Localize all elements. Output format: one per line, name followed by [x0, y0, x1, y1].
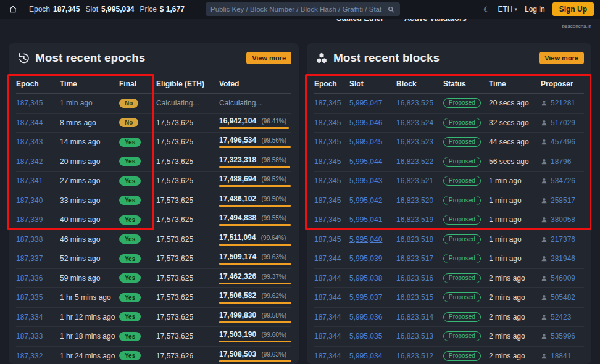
- block-link[interactable]: 16,823,516: [396, 274, 433, 283]
- navbar-epoch-stat: Epoch 187,345: [29, 5, 80, 14]
- epoch-link[interactable]: 187,333: [16, 332, 43, 341]
- voted-line: 17,509,174 (99.63%): [219, 252, 291, 261]
- slot-link[interactable]: 5,995,047: [349, 99, 382, 107]
- epoch-table-row: 187,336 59 mins ago Yes 17,573,625 17,46…: [16, 269, 291, 289]
- epoch-link[interactable]: 187,345: [314, 138, 341, 146]
- block-link[interactable]: 16,823,522: [396, 157, 433, 166]
- slot-link[interactable]: 5,995,045: [349, 138, 382, 146]
- proposer-link[interactable]: 517029: [551, 118, 575, 127]
- slot-link[interactable]: 5,995,037: [349, 293, 382, 302]
- block-table-row: 187,345 5,995,046 16,823,524 Proposed 32…: [314, 114, 584, 133]
- epoch-link[interactable]: 187,335: [16, 293, 43, 302]
- block-link[interactable]: 16,823,513: [396, 332, 433, 341]
- block-link[interactable]: 16,823,512: [396, 352, 433, 360]
- voted-line: 17,494,838 (99.55%): [219, 213, 291, 222]
- block-link[interactable]: 16,823,525: [396, 99, 433, 107]
- slot-link[interactable]: 5,995,034: [349, 352, 382, 360]
- validator-icon: [541, 138, 548, 146]
- block-time: 20 secs ago: [489, 99, 541, 107]
- theme-toggle-moon-icon[interactable]: ☾: [482, 4, 491, 14]
- proposer-link[interactable]: 535996: [551, 332, 575, 341]
- epoch-link[interactable]: 187,344: [314, 332, 341, 341]
- proposer-link[interactable]: 217376: [551, 235, 575, 244]
- epoch-link[interactable]: 187,332: [16, 352, 43, 360]
- epoch-link[interactable]: 187,342: [16, 157, 43, 166]
- final-cell: Yes: [119, 312, 156, 321]
- block-link[interactable]: 16,823,523: [396, 138, 433, 146]
- block-link[interactable]: 16,823,515: [396, 293, 433, 302]
- signup-button[interactable]: Sign Up: [552, 2, 594, 16]
- eligible-cell: 17,573,625: [156, 176, 219, 185]
- epoch-time: 33 mins ago: [60, 196, 119, 205]
- slot-link[interactable]: 5,995,039: [349, 254, 382, 263]
- epochs-view-more-button[interactable]: View more: [246, 52, 291, 64]
- block-link[interactable]: 16,823,521: [396, 176, 433, 185]
- voted-progress-bar: [219, 224, 291, 226]
- proposer-link[interactable]: 380058: [551, 215, 575, 224]
- block-link[interactable]: 16,823,520: [396, 196, 433, 205]
- epoch-link[interactable]: 187,338: [16, 235, 43, 244]
- epoch-link[interactable]: 187,344: [314, 274, 341, 283]
- block-table-row: 187,344 5,995,036 16,823,514 Proposed 2 …: [314, 308, 584, 328]
- epoch-link[interactable]: 187,345: [314, 157, 341, 166]
- proposer-link[interactable]: 521281: [551, 99, 575, 107]
- epoch-link[interactable]: 187,345: [314, 99, 341, 107]
- slot-link[interactable]: 5,995,043: [349, 176, 382, 185]
- epoch-link[interactable]: 187,345: [314, 118, 341, 127]
- epoch-link[interactable]: 187,341: [16, 176, 43, 185]
- slot-link[interactable]: 5,995,040: [349, 235, 382, 244]
- epoch-link[interactable]: 187,344: [314, 313, 341, 321]
- block-link[interactable]: 16,823,517: [396, 254, 433, 263]
- epoch-link[interactable]: 187,345: [314, 235, 341, 244]
- epoch-link[interactable]: 187,344: [16, 118, 43, 127]
- epoch-link[interactable]: 187,336: [16, 274, 43, 283]
- blocks-view-more-button[interactable]: View more: [539, 52, 584, 64]
- epoch-link[interactable]: 187,345: [16, 99, 43, 107]
- voted-cell: 17,323,318 (98.58%): [219, 155, 291, 168]
- proposer-link[interactable]: 52423: [551, 313, 571, 321]
- slot-link[interactable]: 5,995,036: [349, 313, 382, 321]
- voted-line: Calculating...: [219, 99, 291, 107]
- block-link[interactable]: 16,823,519: [396, 215, 433, 224]
- voted-value: 17,509,174: [219, 252, 256, 261]
- epoch-link[interactable]: 187,345: [314, 215, 341, 224]
- search-icon[interactable]: [387, 6, 395, 14]
- epoch-link[interactable]: 187,339: [16, 215, 43, 224]
- epoch-link[interactable]: 187,344: [314, 352, 341, 360]
- voted-line: 16,942,104 (96.41%): [219, 117, 291, 125]
- epoch-link[interactable]: 187,337: [16, 254, 43, 263]
- block-link[interactable]: 16,823,524: [396, 118, 433, 127]
- proposer-link[interactable]: 534726: [551, 176, 575, 185]
- login-link[interactable]: Log in: [525, 5, 545, 14]
- proposer-link[interactable]: 18796: [551, 157, 571, 166]
- currency-dropdown[interactable]: ETH ▾: [498, 5, 517, 14]
- epoch-link[interactable]: 187,345: [314, 176, 341, 185]
- block-time: 56 secs ago: [489, 157, 541, 166]
- slot-link[interactable]: 5,995,042: [349, 196, 382, 205]
- proposer-link[interactable]: 457496: [551, 138, 575, 146]
- home-icon[interactable]: [9, 5, 17, 14]
- block-link[interactable]: 16,823,518: [396, 235, 433, 244]
- proposer-link[interactable]: 505482: [551, 293, 575, 302]
- slot-link[interactable]: 5,995,035: [349, 332, 382, 341]
- slot-link[interactable]: 5,995,046: [349, 118, 382, 127]
- slot-link[interactable]: 5,995,044: [349, 157, 382, 166]
- slot-link[interactable]: 5,995,038: [349, 274, 382, 283]
- proposer-cell: 521281: [541, 99, 584, 107]
- epoch-link[interactable]: 187,340: [16, 196, 43, 205]
- epoch-link[interactable]: 187,343: [16, 138, 43, 146]
- search-input[interactable]: [210, 6, 387, 13]
- block-link[interactable]: 16,823,514: [396, 313, 433, 321]
- epoch-link[interactable]: 187,334: [16, 313, 43, 321]
- proposer-link[interactable]: 18841: [551, 352, 571, 360]
- proposer-link[interactable]: 281946: [551, 254, 575, 263]
- proposer-link[interactable]: 258517: [551, 196, 575, 205]
- proposer-link[interactable]: 546009: [551, 274, 575, 283]
- block-cell: 16,823,525: [396, 99, 443, 107]
- slot-link[interactable]: 5,995,041: [349, 215, 382, 224]
- epoch-link[interactable]: 187,344: [314, 293, 341, 302]
- epoch-link[interactable]: 187,345: [314, 196, 341, 205]
- voted-progress-bar: [219, 146, 291, 148]
- epoch-link[interactable]: 187,344: [314, 254, 341, 263]
- block-table-row: 187,345 5,995,041 16,823,519 Proposed 1 …: [314, 210, 584, 230]
